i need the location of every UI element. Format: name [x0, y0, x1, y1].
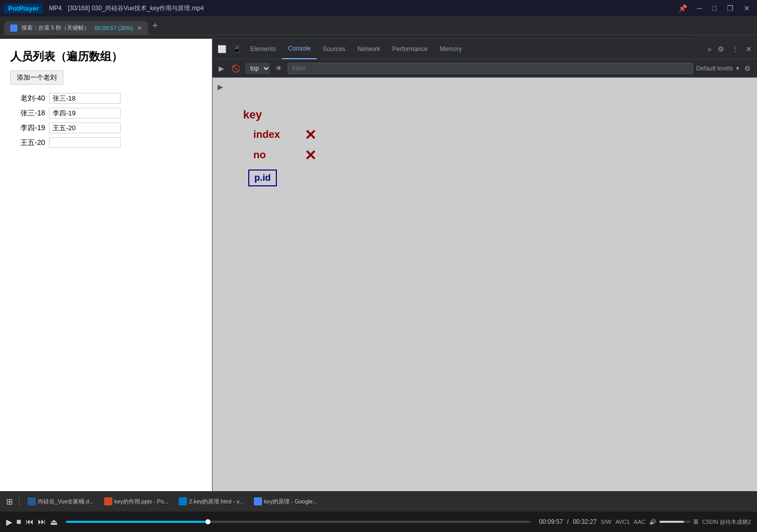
tab-sources[interactable]: Sources — [317, 39, 351, 59]
devtools-settings: ⚙ ⋮ ✕ — [715, 42, 755, 56]
key-diagram-index-cross-icon: ✕ — [304, 127, 316, 143]
person-input-3[interactable] — [49, 137, 121, 148]
language-indicator: 英 — [693, 518, 699, 526]
key-diagram-no-cross-icon: ✕ — [304, 147, 316, 164]
new-tab-button[interactable]: + — [148, 20, 162, 31]
pin-button[interactable]: 📌 — [675, 4, 690, 12]
taskbar-app-word[interactable]: 尚硅谷_Vue全家桶.d... — [23, 495, 98, 507]
key-diagram-pid-label: p.id — [248, 170, 277, 186]
devtools-panel: ⬜ 📱 Elements Console Sources Network Per… — [212, 39, 757, 532]
key-diagram-key-label: key — [243, 108, 262, 122]
pptx-icon — [104, 497, 112, 505]
devtools-options-icon[interactable]: ⋮ — [728, 42, 742, 56]
person-label-1: 张三-18 — [20, 109, 45, 118]
key-diagram-index-label: index — [253, 129, 280, 140]
sys-tray: 🔊 英 CSDN @待木成栖2 — [649, 518, 751, 526]
console-run-icon[interactable]: ▶ — [217, 62, 226, 75]
devtools-settings-icon[interactable]: ⚙ — [715, 42, 727, 56]
volume-bar[interactable] — [659, 521, 690, 523]
current-time-display: 00:09:57 — [539, 518, 563, 525]
tab-memory[interactable]: Memory — [434, 39, 468, 59]
watermark-text: CSDN @待木成栖2 — [702, 518, 751, 526]
person-input-2[interactable] — [49, 123, 121, 133]
key-diagram-no-label: no — [253, 149, 266, 161]
console-context-select[interactable]: top — [245, 63, 270, 74]
active-tab[interactable]: 搜索：步退 5 秒（关键帧） 00:09:57 (30%) ✕ — [4, 21, 148, 35]
console-settings-icon[interactable]: ⚙ — [742, 62, 753, 75]
devtools-tabs: Elements Console Sources Network Perform… — [244, 39, 704, 59]
progress-fill — [66, 521, 205, 523]
vscode-icon — [179, 497, 187, 505]
progress-bar[interactable] — [66, 521, 531, 523]
person-input-0[interactable] — [49, 93, 121, 104]
eject-button[interactable]: ⏏ — [50, 517, 58, 527]
tab-search-label: 搜索：步退 5 秒（关键帧） — [21, 24, 89, 32]
progress-indicator — [205, 519, 210, 524]
volume-fill — [659, 521, 684, 523]
console-levels-arrow-icon[interactable]: ▾ — [736, 65, 739, 72]
person-label-3: 王五-20 — [20, 138, 45, 148]
tab-bar: 搜索：步退 5 秒（关键帧） 00:09:57 (30%) ✕ + — [0, 16, 757, 35]
windows-start-icon[interactable]: ⊞ — [4, 495, 15, 509]
list-item: 李四-19 — [20, 123, 202, 133]
add-person-button[interactable]: 添加一个老刘 — [10, 70, 63, 85]
list-item: 老刘-40 — [20, 93, 202, 104]
devtools-toolbar: ⬜ 📱 Elements Console Sources Network Per… — [212, 39, 757, 59]
next-button[interactable]: ⏭ — [38, 517, 46, 526]
taskbar-player-controls: ▶ ■ ⏮ ⏭ ⏏ 00:09:57 / 00:32:27 S/W AVC1 A… — [0, 512, 757, 532]
prev-button[interactable]: ⏮ — [26, 517, 34, 526]
tab-console[interactable]: Console — [282, 39, 317, 59]
console-expand-icon[interactable]: ▶ — [218, 83, 223, 91]
tab-network[interactable]: Network — [351, 39, 386, 59]
devtools-close-icon[interactable]: ✕ — [743, 42, 755, 56]
restore-button[interactable]: ❐ — [724, 4, 737, 12]
stop-button[interactable]: ■ — [16, 517, 21, 526]
devtools-more-tabs-icon[interactable]: » — [704, 42, 715, 56]
media-filename: [30/168] 030_尚硅谷Vue技术_key作用与原理.mp4 — [68, 4, 669, 13]
chrome-icon — [254, 497, 262, 505]
tab-close-button[interactable]: ✕ — [137, 25, 142, 32]
console-filter-input[interactable] — [288, 63, 693, 74]
potplayer-logo[interactable]: PotPlayer — [4, 4, 43, 13]
minimize-button[interactable]: ─ — [694, 4, 705, 12]
tab-favicon-icon — [10, 25, 17, 32]
console-toolbar: ▶ 🚫 top 👁 Default levels ▾ ⚙ — [212, 59, 757, 78]
word-app-label: 尚硅谷_Vue全家桶.d... — [38, 498, 94, 505]
devtools-inspect-icon[interactable]: ⬜ — [215, 42, 229, 56]
volume-icon[interactable]: 🔊 — [649, 519, 656, 525]
taskbar-app-vscode[interactable]: 2.key的原理.html - v... — [175, 495, 248, 507]
console-levels-label: Default levels — [696, 65, 733, 72]
close-button[interactable]: ✕ — [741, 4, 753, 12]
codec2-badge: AAC — [634, 519, 646, 525]
list-item: 王五-20 — [20, 137, 202, 148]
person-label-2: 李四-19 — [20, 124, 45, 133]
maximize-button[interactable]: □ — [709, 4, 720, 12]
time-separator: / — [567, 518, 569, 525]
page-title: 人员列表（遍历数组） — [10, 49, 202, 64]
taskbar-divider — [19, 496, 19, 506]
devtools-mobile-icon[interactable]: 📱 — [229, 42, 244, 56]
taskbar: ⊞ 尚硅谷_Vue全家桶.d... key的作用.pptx - Po... 2.… — [0, 491, 757, 532]
console-eye-icon[interactable]: 👁 — [273, 62, 285, 75]
media-format: MP4 — [49, 5, 62, 12]
console-content: ▶ key index ✕ no ✕ p.id — [212, 78, 757, 532]
play-button[interactable]: ▶ — [6, 517, 12, 527]
total-time-display: 00:32:27 — [573, 518, 597, 525]
taskbar-app-pptx[interactable]: key的作用.pptx - Po... — [100, 495, 173, 507]
speed-badge: S/W — [601, 519, 611, 525]
tab-elements[interactable]: Elements — [244, 39, 282, 59]
person-list: 老刘-40 张三-18 李四-19 王五-20 — [10, 93, 202, 148]
title-bar: PotPlayer MP4 [30/168] 030_尚硅谷Vue技术_key作… — [0, 0, 757, 16]
codec1-badge: AVC1 — [616, 519, 630, 525]
list-item: 张三-18 — [20, 108, 202, 118]
console-clear-icon[interactable]: 🚫 — [229, 62, 242, 75]
tab-performance[interactable]: Performance — [386, 39, 434, 59]
person-input-1[interactable] — [49, 108, 121, 118]
chrome-app-label: key的原理 - Google... — [264, 498, 318, 505]
vscode-app-label: 2.key的原理.html - v... — [189, 498, 244, 505]
taskbar-app-chrome[interactable]: key的原理 - Google... — [250, 495, 322, 507]
tab-time-label: 00:09:57 (30%) — [94, 25, 133, 31]
word-icon — [28, 497, 36, 505]
pptx-app-label: key的作用.pptx - Po... — [114, 498, 169, 505]
window-controls: 📌 ─ □ ❐ ✕ — [675, 4, 753, 12]
